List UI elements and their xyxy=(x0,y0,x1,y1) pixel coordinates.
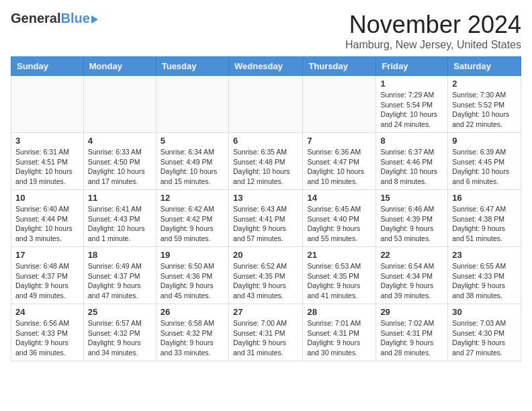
header-tuesday: Tuesday xyxy=(156,57,228,76)
calendar-cell: 13Sunrise: 6:43 AMSunset: 4:41 PMDayligh… xyxy=(228,190,302,247)
month-title: November 2024 xyxy=(345,11,521,39)
day-info: Sunrise: 7:29 AMSunset: 5:54 PMDaylight:… xyxy=(380,90,443,130)
calendar-table: SundayMondayTuesdayWednesdayThursdayFrid… xyxy=(11,56,521,361)
calendar-cell: 3Sunrise: 6:31 AMSunset: 4:51 PMDaylight… xyxy=(11,133,84,190)
calendar-cell: 24Sunrise: 6:56 AMSunset: 4:33 PMDayligh… xyxy=(11,304,84,361)
day-info: Sunrise: 7:03 AMSunset: 4:30 PMDaylight:… xyxy=(452,318,517,358)
logo-general: General xyxy=(11,11,60,26)
title-section: November 2024 Hamburg, New Jersey, Unite… xyxy=(345,11,521,51)
logo: General Blue xyxy=(11,11,98,26)
day-info: Sunrise: 6:33 AMSunset: 4:50 PMDaylight:… xyxy=(88,147,152,187)
day-number: 21 xyxy=(307,250,371,260)
calendar-cell: 28Sunrise: 7:01 AMSunset: 4:31 PMDayligh… xyxy=(303,304,376,361)
day-info: Sunrise: 6:36 AMSunset: 4:47 PMDaylight:… xyxy=(307,147,371,187)
calendar-cell: 5Sunrise: 6:34 AMSunset: 4:49 PMDaylight… xyxy=(156,133,228,190)
day-number: 8 xyxy=(380,136,443,146)
calendar-cell xyxy=(156,76,228,133)
calendar-cell: 8Sunrise: 6:37 AMSunset: 4:46 PMDaylight… xyxy=(376,133,448,190)
day-info: Sunrise: 6:42 AMSunset: 4:42 PMDaylight:… xyxy=(161,204,224,244)
day-info: Sunrise: 6:46 AMSunset: 4:39 PMDaylight:… xyxy=(380,204,443,244)
day-info: Sunrise: 6:43 AMSunset: 4:41 PMDaylight:… xyxy=(233,204,298,244)
day-number: 30 xyxy=(452,307,517,317)
day-number: 16 xyxy=(452,193,517,203)
day-info: Sunrise: 7:01 AMSunset: 4:31 PMDaylight:… xyxy=(307,318,371,358)
day-info: Sunrise: 6:50 AMSunset: 4:36 PMDaylight:… xyxy=(161,261,224,301)
day-number: 4 xyxy=(88,136,152,146)
calendar-header-row: SundayMondayTuesdayWednesdayThursdayFrid… xyxy=(11,57,521,76)
day-info: Sunrise: 6:37 AMSunset: 4:46 PMDaylight:… xyxy=(380,147,443,187)
calendar-cell: 7Sunrise: 6:36 AMSunset: 4:47 PMDaylight… xyxy=(303,133,376,190)
calendar-cell: 23Sunrise: 6:55 AMSunset: 4:33 PMDayligh… xyxy=(448,247,521,304)
calendar-cell: 21Sunrise: 6:53 AMSunset: 4:35 PMDayligh… xyxy=(303,247,376,304)
calendar-cell: 4Sunrise: 6:33 AMSunset: 4:50 PMDaylight… xyxy=(83,133,156,190)
calendar-cell: 10Sunrise: 6:40 AMSunset: 4:44 PMDayligh… xyxy=(11,190,84,247)
day-info: Sunrise: 6:40 AMSunset: 4:44 PMDaylight:… xyxy=(15,204,79,244)
day-info: Sunrise: 6:45 AMSunset: 4:40 PMDaylight:… xyxy=(307,204,371,244)
day-info: Sunrise: 7:30 AMSunset: 5:52 PMDaylight:… xyxy=(452,90,517,130)
day-info: Sunrise: 6:57 AMSunset: 4:32 PMDaylight:… xyxy=(88,318,152,358)
day-number: 2 xyxy=(452,79,517,89)
day-info: Sunrise: 6:53 AMSunset: 4:35 PMDaylight:… xyxy=(307,261,371,301)
calendar-cell: 30Sunrise: 7:03 AMSunset: 4:30 PMDayligh… xyxy=(448,304,521,361)
calendar-cell: 2Sunrise: 7:30 AMSunset: 5:52 PMDaylight… xyxy=(448,76,521,133)
calendar-cell: 29Sunrise: 7:02 AMSunset: 4:31 PMDayligh… xyxy=(376,304,448,361)
calendar-cell xyxy=(83,76,156,133)
day-number: 18 xyxy=(88,250,152,260)
day-info: Sunrise: 7:00 AMSunset: 4:31 PMDaylight:… xyxy=(233,318,298,358)
day-number: 5 xyxy=(161,136,224,146)
calendar-cell: 15Sunrise: 6:46 AMSunset: 4:39 PMDayligh… xyxy=(376,190,448,247)
header-thursday: Thursday xyxy=(303,57,376,76)
day-info: Sunrise: 6:41 AMSunset: 4:43 PMDaylight:… xyxy=(88,204,152,244)
day-info: Sunrise: 6:48 AMSunset: 4:37 PMDaylight:… xyxy=(15,261,79,301)
week-row-4: 17Sunrise: 6:48 AMSunset: 4:37 PMDayligh… xyxy=(11,247,521,304)
day-number: 28 xyxy=(307,307,371,317)
day-number: 9 xyxy=(452,136,517,146)
day-number: 23 xyxy=(452,250,517,260)
calendar-cell: 19Sunrise: 6:50 AMSunset: 4:36 PMDayligh… xyxy=(156,247,228,304)
day-number: 17 xyxy=(15,250,79,260)
day-number: 11 xyxy=(88,193,152,203)
calendar-cell: 22Sunrise: 6:54 AMSunset: 4:34 PMDayligh… xyxy=(376,247,448,304)
day-number: 3 xyxy=(15,136,79,146)
week-row-3: 10Sunrise: 6:40 AMSunset: 4:44 PMDayligh… xyxy=(11,190,521,247)
day-number: 29 xyxy=(380,307,443,317)
day-info: Sunrise: 6:54 AMSunset: 4:34 PMDaylight:… xyxy=(380,261,443,301)
day-info: Sunrise: 6:58 AMSunset: 4:32 PMDaylight:… xyxy=(161,318,224,358)
header-monday: Monday xyxy=(83,57,156,76)
week-row-1: 1Sunrise: 7:29 AMSunset: 5:54 PMDaylight… xyxy=(11,76,521,133)
day-number: 15 xyxy=(380,193,443,203)
calendar-cell: 26Sunrise: 6:58 AMSunset: 4:32 PMDayligh… xyxy=(156,304,228,361)
calendar-cell: 18Sunrise: 6:49 AMSunset: 4:37 PMDayligh… xyxy=(83,247,156,304)
day-info: Sunrise: 6:35 AMSunset: 4:48 PMDaylight:… xyxy=(233,147,298,187)
header-friday: Friday xyxy=(376,57,448,76)
calendar-cell: 16Sunrise: 6:47 AMSunset: 4:38 PMDayligh… xyxy=(448,190,521,247)
calendar-cell: 17Sunrise: 6:48 AMSunset: 4:37 PMDayligh… xyxy=(11,247,84,304)
header-wednesday: Wednesday xyxy=(228,57,302,76)
calendar-cell: 11Sunrise: 6:41 AMSunset: 4:43 PMDayligh… xyxy=(83,190,156,247)
calendar-cell xyxy=(11,76,84,133)
day-info: Sunrise: 6:52 AMSunset: 4:35 PMDaylight:… xyxy=(233,261,298,301)
calendar-cell: 12Sunrise: 6:42 AMSunset: 4:42 PMDayligh… xyxy=(156,190,228,247)
week-row-5: 24Sunrise: 6:56 AMSunset: 4:33 PMDayligh… xyxy=(11,304,521,361)
header-sunday: Sunday xyxy=(11,57,84,76)
day-info: Sunrise: 6:47 AMSunset: 4:38 PMDaylight:… xyxy=(452,204,517,244)
header-saturday: Saturday xyxy=(448,57,521,76)
day-number: 12 xyxy=(161,193,224,203)
page-header: General Blue November 2024 Hamburg, New … xyxy=(11,11,521,51)
location: Hamburg, New Jersey, United States xyxy=(345,39,521,51)
day-number: 1 xyxy=(380,79,443,89)
week-row-2: 3Sunrise: 6:31 AMSunset: 4:51 PMDaylight… xyxy=(11,133,521,190)
day-number: 19 xyxy=(161,250,224,260)
logo-arrow-icon xyxy=(91,15,98,24)
calendar-cell: 20Sunrise: 6:52 AMSunset: 4:35 PMDayligh… xyxy=(228,247,302,304)
calendar-cell: 14Sunrise: 6:45 AMSunset: 4:40 PMDayligh… xyxy=(303,190,376,247)
day-number: 26 xyxy=(161,307,224,317)
logo-blue: Blue xyxy=(60,11,89,26)
day-info: Sunrise: 7:02 AMSunset: 4:31 PMDaylight:… xyxy=(380,318,443,358)
calendar-cell: 9Sunrise: 6:39 AMSunset: 4:45 PMDaylight… xyxy=(448,133,521,190)
day-info: Sunrise: 6:55 AMSunset: 4:33 PMDaylight:… xyxy=(452,261,517,301)
day-number: 24 xyxy=(15,307,79,317)
day-number: 27 xyxy=(233,307,298,317)
day-number: 6 xyxy=(233,136,298,146)
calendar-cell xyxy=(228,76,302,133)
